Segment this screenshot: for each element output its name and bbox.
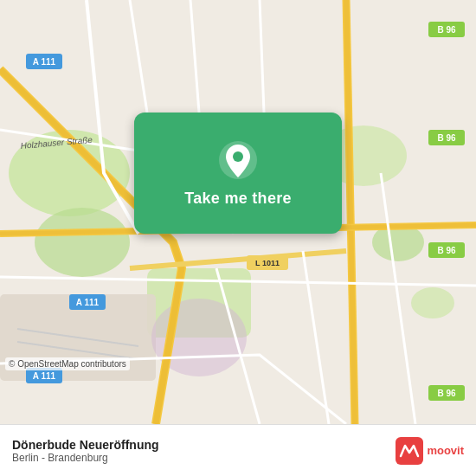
svg-text:L 1011: L 1011 xyxy=(255,259,280,267)
take-me-there-button[interactable]: Take me there xyxy=(134,113,342,234)
svg-text:B 96: B 96 xyxy=(437,25,456,35)
moovit-logo: moovit xyxy=(396,437,464,465)
svg-text:B 96: B 96 xyxy=(437,133,456,143)
map-view: A 111 A 111 A 111 B 96 B 96 B 96 B 96 L … xyxy=(0,0,476,424)
svg-point-6 xyxy=(411,287,454,318)
svg-point-2 xyxy=(35,208,130,277)
location-pin-icon xyxy=(217,139,259,181)
place-info: Dönerbude Neueröffnung Berlin - Brandenb… xyxy=(12,438,387,464)
moovit-icon xyxy=(396,437,423,465)
svg-text:B 96: B 96 xyxy=(437,389,456,398)
svg-text:B 96: B 96 xyxy=(437,246,456,255)
svg-text:A 111: A 111 xyxy=(33,57,56,67)
svg-point-29 xyxy=(233,151,243,162)
place-name: Dönerbude Neueröffnung xyxy=(12,438,387,452)
moovit-text: moovit xyxy=(427,444,464,457)
map-attribution: © OpenStreetMap contributors xyxy=(5,357,130,370)
place-location: Berlin - Brandenburg xyxy=(12,452,387,464)
action-card-label: Take me there xyxy=(184,190,292,208)
svg-text:A 111: A 111 xyxy=(33,371,56,381)
footer-bar: Dönerbude Neueröffnung Berlin - Brandenb… xyxy=(0,424,476,476)
svg-text:A 111: A 111 xyxy=(76,298,100,307)
